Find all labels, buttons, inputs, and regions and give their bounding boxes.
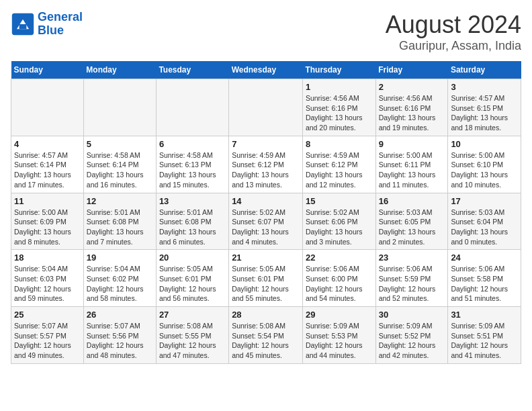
day-number: 15: [306, 196, 373, 206]
day-info: Sunrise: 5:03 AM Sunset: 6:05 PM Dayligh…: [379, 208, 445, 247]
calendar-body: 1Sunrise: 4:56 AM Sunset: 6:16 PM Daylig…: [11, 79, 521, 364]
day-info: Sunrise: 5:04 AM Sunset: 6:03 PM Dayligh…: [14, 264, 81, 304]
logo-icon: [11, 12, 35, 36]
title-block: August 2024 Gauripur, Assam, India: [386, 11, 521, 53]
day-info: Sunrise: 5:01 AM Sunset: 6:08 PM Dayligh…: [159, 208, 226, 247]
day-info: Sunrise: 5:07 AM Sunset: 5:57 PM Dayligh…: [14, 321, 81, 361]
day-info: Sunrise: 4:59 AM Sunset: 6:12 PM Dayligh…: [232, 150, 300, 190]
header-monday: Monday: [83, 61, 156, 79]
day-info: Sunrise: 5:00 AM Sunset: 6:10 PM Dayligh…: [451, 150, 518, 190]
calendar-cell: 14Sunrise: 5:02 AM Sunset: 6:07 PM Dayli…: [229, 193, 303, 250]
day-info: Sunrise: 5:06 AM Sunset: 5:58 PM Dayligh…: [451, 264, 518, 304]
day-number: 2: [379, 82, 445, 92]
day-number: 24: [451, 253, 518, 263]
day-number: 12: [87, 196, 153, 206]
calendar-cell: 1Sunrise: 4:56 AM Sunset: 6:16 PM Daylig…: [302, 79, 375, 136]
day-number: 25: [14, 310, 81, 320]
day-number: 3: [451, 82, 518, 92]
calendar-cell: 2Sunrise: 4:56 AM Sunset: 6:16 PM Daylig…: [375, 79, 448, 136]
calendar-cell: 19Sunrise: 5:04 AM Sunset: 6:02 PM Dayli…: [83, 250, 156, 307]
week-row-2: 4Sunrise: 4:57 AM Sunset: 6:14 PM Daylig…: [11, 136, 521, 193]
day-number: 26: [87, 310, 153, 320]
calendar-cell: 31Sunrise: 5:09 AM Sunset: 5:51 PM Dayli…: [448, 307, 521, 364]
calendar-subtitle: Gauripur, Assam, India: [386, 39, 521, 53]
day-info: Sunrise: 5:01 AM Sunset: 6:08 PM Dayligh…: [87, 208, 153, 247]
calendar-table: SundayMondayTuesdayWednesdayThursdayFrid…: [11, 61, 521, 364]
day-info: Sunrise: 5:06 AM Sunset: 5:59 PM Dayligh…: [379, 264, 445, 304]
header-saturday: Saturday: [448, 61, 521, 79]
calendar-cell: 13Sunrise: 5:01 AM Sunset: 6:08 PM Dayli…: [156, 193, 228, 250]
day-info: Sunrise: 5:02 AM Sunset: 6:07 PM Dayligh…: [232, 208, 300, 247]
day-info: Sunrise: 5:06 AM Sunset: 6:00 PM Dayligh…: [306, 264, 373, 304]
day-number: 4: [14, 139, 81, 149]
logo: General Blue: [11, 11, 83, 38]
day-number: 10: [451, 139, 518, 149]
logo-text: General Blue: [38, 11, 83, 38]
calendar-cell: 27Sunrise: 5:08 AM Sunset: 5:55 PM Dayli…: [156, 307, 228, 364]
calendar-cell: 29Sunrise: 5:09 AM Sunset: 5:53 PM Dayli…: [302, 307, 375, 364]
calendar-cell: 17Sunrise: 5:03 AM Sunset: 6:04 PM Dayli…: [448, 193, 521, 250]
header-friday: Friday: [375, 61, 448, 79]
day-info: Sunrise: 5:08 AM Sunset: 5:55 PM Dayligh…: [159, 321, 226, 361]
calendar-cell: 16Sunrise: 5:03 AM Sunset: 6:05 PM Dayli…: [375, 193, 448, 250]
calendar-cell: 25Sunrise: 5:07 AM Sunset: 5:57 PM Dayli…: [11, 307, 84, 364]
calendar-cell: 12Sunrise: 5:01 AM Sunset: 6:08 PM Dayli…: [83, 193, 156, 250]
day-number: 29: [306, 310, 373, 320]
header-wednesday: Wednesday: [229, 61, 303, 79]
day-number: 27: [159, 310, 226, 320]
day-info: Sunrise: 5:09 AM Sunset: 5:51 PM Dayligh…: [451, 321, 518, 361]
calendar-cell: 18Sunrise: 5:04 AM Sunset: 6:03 PM Dayli…: [11, 250, 84, 307]
day-info: Sunrise: 4:56 AM Sunset: 6:16 PM Dayligh…: [379, 93, 445, 133]
week-row-3: 11Sunrise: 5:00 AM Sunset: 6:09 PM Dayli…: [11, 193, 521, 250]
calendar-cell: 21Sunrise: 5:05 AM Sunset: 6:01 PM Dayli…: [229, 250, 303, 307]
calendar-cell: 15Sunrise: 5:02 AM Sunset: 6:06 PM Dayli…: [302, 193, 375, 250]
calendar-cell: 3Sunrise: 4:57 AM Sunset: 6:15 PM Daylig…: [448, 79, 521, 136]
header-row: SundayMondayTuesdayWednesdayThursdayFrid…: [11, 61, 521, 79]
day-number: 31: [451, 310, 518, 320]
calendar-cell: 28Sunrise: 5:08 AM Sunset: 5:54 PM Dayli…: [229, 307, 303, 364]
day-info: Sunrise: 5:00 AM Sunset: 6:11 PM Dayligh…: [379, 150, 445, 190]
calendar-cell: [11, 79, 84, 136]
calendar-cell: 8Sunrise: 4:59 AM Sunset: 6:12 PM Daylig…: [302, 136, 375, 193]
calendar-cell: 9Sunrise: 5:00 AM Sunset: 6:11 PM Daylig…: [375, 136, 448, 193]
page-header: General Blue August 2024 Gauripur, Assam…: [11, 11, 521, 53]
header-thursday: Thursday: [302, 61, 375, 79]
day-number: 14: [232, 196, 300, 206]
day-info: Sunrise: 5:04 AM Sunset: 6:02 PM Dayligh…: [87, 264, 153, 304]
day-info: Sunrise: 5:05 AM Sunset: 6:01 PM Dayligh…: [232, 264, 300, 304]
day-info: Sunrise: 5:08 AM Sunset: 5:54 PM Dayligh…: [232, 321, 300, 361]
calendar-cell: 7Sunrise: 4:59 AM Sunset: 6:12 PM Daylig…: [229, 136, 303, 193]
day-number: 9: [379, 139, 445, 149]
day-number: 11: [14, 196, 81, 206]
header-sunday: Sunday: [11, 61, 84, 79]
day-number: 19: [87, 253, 153, 263]
day-info: Sunrise: 4:59 AM Sunset: 6:12 PM Dayligh…: [306, 150, 373, 190]
day-number: 20: [159, 253, 226, 263]
day-number: 8: [306, 139, 373, 149]
logo-general: General: [38, 10, 83, 24]
svg-rect-2: [19, 24, 27, 29]
day-info: Sunrise: 5:07 AM Sunset: 5:56 PM Dayligh…: [87, 321, 153, 361]
day-number: 30: [379, 310, 445, 320]
week-row-5: 25Sunrise: 5:07 AM Sunset: 5:57 PM Dayli…: [11, 307, 521, 364]
day-number: 18: [14, 253, 81, 263]
calendar-cell: 30Sunrise: 5:09 AM Sunset: 5:52 PM Dayli…: [375, 307, 448, 364]
week-row-4: 18Sunrise: 5:04 AM Sunset: 6:03 PM Dayli…: [11, 250, 521, 307]
calendar-cell: 23Sunrise: 5:06 AM Sunset: 5:59 PM Dayli…: [375, 250, 448, 307]
day-info: Sunrise: 4:58 AM Sunset: 6:13 PM Dayligh…: [159, 150, 226, 190]
day-info: Sunrise: 4:58 AM Sunset: 6:14 PM Dayligh…: [87, 150, 153, 190]
calendar-header: SundayMondayTuesdayWednesdayThursdayFrid…: [11, 61, 521, 79]
calendar-cell: 6Sunrise: 4:58 AM Sunset: 6:13 PM Daylig…: [156, 136, 228, 193]
day-number: 16: [379, 196, 445, 206]
logo-blue: Blue: [38, 24, 64, 37]
day-info: Sunrise: 4:56 AM Sunset: 6:16 PM Dayligh…: [306, 93, 373, 133]
calendar-title: August 2024: [386, 11, 521, 39]
calendar-cell: 20Sunrise: 5:05 AM Sunset: 6:01 PM Dayli…: [156, 250, 228, 307]
calendar-cell: 5Sunrise: 4:58 AM Sunset: 6:14 PM Daylig…: [83, 136, 156, 193]
day-info: Sunrise: 5:03 AM Sunset: 6:04 PM Dayligh…: [451, 208, 518, 247]
day-number: 5: [87, 139, 153, 149]
day-number: 7: [232, 139, 300, 149]
day-number: 28: [232, 310, 300, 320]
day-info: Sunrise: 5:09 AM Sunset: 5:52 PM Dayligh…: [379, 321, 445, 361]
day-number: 6: [159, 139, 226, 149]
